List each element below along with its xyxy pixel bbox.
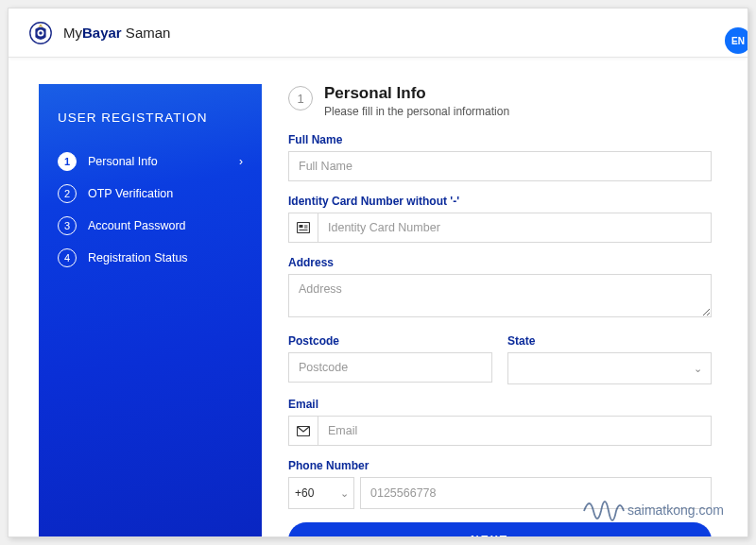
email-label: Email xyxy=(288,398,712,411)
email-input[interactable] xyxy=(318,416,712,446)
postcode-input[interactable] xyxy=(288,352,492,383)
step-number-icon: 2 xyxy=(58,184,77,203)
next-button-label: NEXT xyxy=(471,534,508,536)
step-registration-status[interactable]: 4 Registration Status xyxy=(58,242,243,274)
form-title: Personal Info xyxy=(324,84,509,103)
step-label: Registration Status xyxy=(88,251,188,264)
brand-text: MyBayar Saman xyxy=(63,25,170,41)
sidebar-title: USER REGISTRATION xyxy=(58,111,243,125)
step-account-password[interactable]: 3 Account Password xyxy=(58,210,243,242)
ic-label: Identity Card Number without '-' xyxy=(288,195,712,208)
ic-input[interactable] xyxy=(318,213,712,243)
registration-sidebar: USER REGISTRATION 1 Personal Info › 2 OT… xyxy=(39,84,262,536)
phone-input[interactable] xyxy=(360,477,712,509)
phone-country-code[interactable]: +60 xyxy=(288,477,354,509)
form-header: 1 Personal Info Please fill in the perso… xyxy=(288,84,712,118)
step-label: Personal Info xyxy=(88,155,158,168)
svg-rect-4 xyxy=(300,225,303,228)
fullname-label: Full Name xyxy=(288,133,712,146)
app-header: MyBayar Saman xyxy=(9,9,747,58)
svg-rect-3 xyxy=(298,223,310,233)
chevron-right-icon: › xyxy=(239,155,243,168)
fullname-input[interactable] xyxy=(288,151,712,181)
address-label: Address xyxy=(288,256,712,269)
step-personal-info[interactable]: 1 Personal Info › xyxy=(58,145,243,178)
envelope-icon xyxy=(288,416,318,446)
svg-point-2 xyxy=(39,31,43,35)
step-label: Account Password xyxy=(88,219,186,232)
state-label: State xyxy=(507,334,712,348)
form-step-icon: 1 xyxy=(288,86,313,111)
next-button[interactable]: NEXT → xyxy=(288,522,712,536)
phone-label: Phone Number xyxy=(288,459,712,472)
state-select[interactable] xyxy=(507,352,712,384)
step-number-icon: 1 xyxy=(58,152,77,171)
step-number-icon: 3 xyxy=(58,216,77,235)
step-number-icon: 4 xyxy=(58,248,77,267)
arrow-right-icon: → xyxy=(516,534,529,536)
police-crest-logo xyxy=(27,20,54,46)
postcode-label: Postcode xyxy=(288,334,492,348)
id-card-icon xyxy=(288,213,318,243)
form-subtitle: Please fill in the personal information xyxy=(324,105,509,118)
form-panel: 1 Personal Info Please fill in the perso… xyxy=(262,84,747,536)
language-toggle[interactable]: EN xyxy=(725,27,748,54)
step-otp-verification[interactable]: 2 OTP Verification xyxy=(58,178,243,210)
address-input[interactable] xyxy=(288,274,712,317)
step-label: OTP Verification xyxy=(88,187,173,200)
